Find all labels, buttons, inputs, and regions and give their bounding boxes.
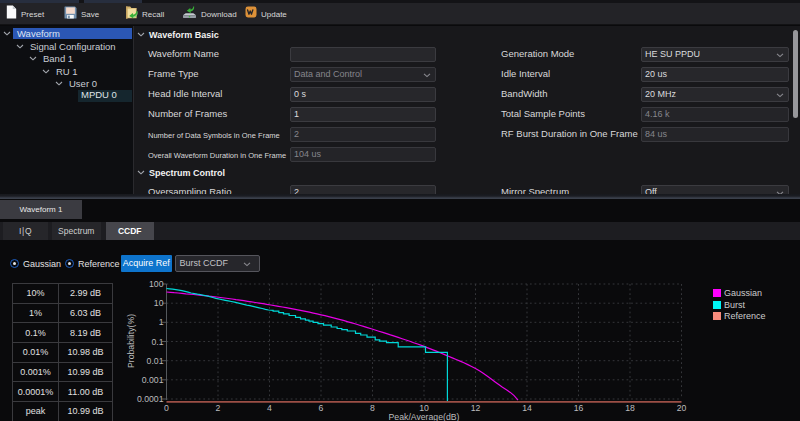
svg-text:0.1: 0.1 <box>151 337 163 347</box>
svg-text:18: 18 <box>625 403 635 413</box>
svg-text:6: 6 <box>319 403 324 413</box>
svg-text:14: 14 <box>522 403 532 413</box>
svg-text:2: 2 <box>216 403 221 413</box>
svg-text:0.01: 0.01 <box>147 356 164 366</box>
svg-text:4: 4 <box>267 403 272 413</box>
svg-text:16: 16 <box>574 403 584 413</box>
svg-text:Probability(%): Probability(%) <box>126 314 136 368</box>
svg-text:20: 20 <box>677 403 687 413</box>
svg-text:0.0001: 0.0001 <box>137 394 164 404</box>
svg-text:0: 0 <box>164 403 169 413</box>
svg-text:12: 12 <box>471 403 481 413</box>
svg-text:100: 100 <box>149 279 164 289</box>
svg-text:10: 10 <box>154 298 164 308</box>
svg-text:8: 8 <box>370 403 375 413</box>
svg-text:1: 1 <box>159 317 164 327</box>
svg-text:Peak/Average(dB): Peak/Average(dB) <box>389 412 460 421</box>
svg-text:0.001: 0.001 <box>142 375 164 385</box>
